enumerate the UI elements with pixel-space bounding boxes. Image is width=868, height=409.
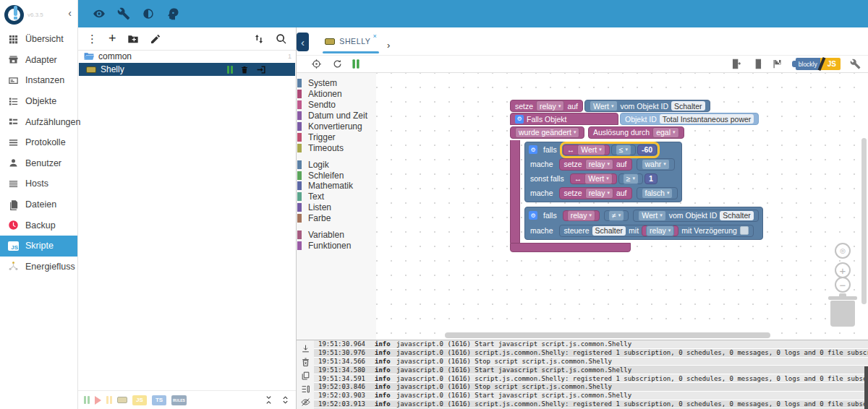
- js-filter-chip[interactable]: JS: [132, 395, 147, 405]
- sidebar-item-objekte[interactable]: Objekte: [0, 91, 77, 112]
- block-stack[interactable]: setze relay auf Wert vom Objekt ID Schal…: [510, 100, 763, 252]
- trigger-object-field[interactable]: Total Instantaneous power: [660, 114, 754, 124]
- log-copy-icon[interactable]: [301, 371, 310, 380]
- toolbox-category[interactable]: Logik: [297, 159, 376, 170]
- sort-icon[interactable]: [253, 33, 265, 45]
- collapse-all-icon[interactable]: [264, 395, 273, 405]
- sidebar-collapse-icon[interactable]: ‹: [68, 7, 72, 19]
- delay-checkbox[interactable]: [740, 226, 749, 235]
- tab-close-icon[interactable]: ×: [373, 33, 376, 40]
- log-row[interactable]: 19:51:30.976 info javascript.0 (1616) sc…: [314, 349, 868, 358]
- block-compare-2[interactable]: ↔ Wert ≥ 1: [570, 173, 658, 184]
- export-blocks-icon[interactable]: [731, 59, 742, 69]
- toolbox-category[interactable]: Farbe: [297, 213, 376, 224]
- wrench-icon[interactable]: [117, 7, 130, 20]
- object-id-field[interactable]: Schalter: [671, 101, 705, 111]
- sidebar-item-adapter[interactable]: Adapter: [0, 50, 77, 71]
- pause-filter-icon[interactable]: [84, 396, 90, 404]
- sidebar-item-energiefluss[interactable]: Energiefluss: [0, 257, 77, 277]
- block-boolean-true[interactable]: wahr: [637, 158, 675, 171]
- block-compare-selected[interactable]: ↔ Wert ≤ -60: [563, 145, 657, 155]
- sidebar-item-benutzer[interactable]: Benutzer: [0, 153, 77, 174]
- compare-op-dropdown[interactable]: ≤: [616, 145, 631, 155]
- block-if-elseif[interactable]: ⚙ falls ↔ Wert ≤ -60: [524, 142, 682, 202]
- sidebar-item-uebersicht[interactable]: Übersicht: [0, 29, 77, 50]
- compare-op-dropdown[interactable]: ≥: [623, 173, 639, 184]
- toolbox-category[interactable]: Text: [297, 191, 376, 202]
- block-control-state[interactable]: steuere Schalter mit relay mit Verzögeru…: [559, 225, 754, 237]
- var-dropdown[interactable]: relay: [585, 188, 613, 199]
- log-download-icon[interactable]: [301, 344, 310, 353]
- trigger-value-dropdown[interactable]: Wert: [577, 145, 605, 155]
- block-set-false[interactable]: setze relay auf: [559, 187, 632, 199]
- block-number[interactable]: -60: [637, 145, 657, 155]
- zoom-out-button[interactable]: −: [835, 277, 851, 293]
- canvas-horizontal-scrollbar[interactable]: [445, 332, 770, 338]
- blockly-js-toggle[interactable]: blockly JS: [792, 58, 841, 70]
- theme-icon[interactable]: [142, 7, 155, 20]
- compare-op-dropdown[interactable]: ≠: [608, 210, 624, 221]
- search-icon[interactable]: [276, 33, 287, 45]
- log-row[interactable]: 19:51:34.566 info javascript.0 (1616) St…: [314, 358, 868, 366]
- toolbox-category[interactable]: Listen: [297, 202, 376, 213]
- log-scrollbar[interactable]: [864, 366, 868, 409]
- delete-script-icon[interactable]: [240, 65, 249, 74]
- if-gear-icon[interactable]: ⚙: [529, 211, 537, 220]
- object-id-field[interactable]: Schalter: [720, 211, 754, 220]
- script-pause-icon[interactable]: [227, 66, 233, 74]
- sidebar-item-backup[interactable]: Backup: [0, 215, 77, 236]
- log-clear-icon[interactable]: [301, 358, 310, 367]
- expert-mode-icon[interactable]: [166, 7, 179, 20]
- canvas-vertical-scrollbar[interactable]: [861, 138, 867, 304]
- toolbox-category[interactable]: Sendto: [297, 100, 376, 111]
- block-number[interactable]: 1: [644, 173, 658, 184]
- blockly-canvas[interactable]: setze relay auf Wert vom Objekt ID Schal…: [376, 73, 868, 340]
- block-set-variable[interactable]: setze relay auf Wert vom Objekt ID Schal…: [510, 100, 763, 112]
- toolbox-category[interactable]: Funktionen: [297, 240, 376, 251]
- block-boolean-false[interactable]: falsch: [637, 187, 678, 199]
- toolbox-category[interactable]: Variablen: [297, 230, 376, 241]
- log-row[interactable]: 19:52:03.913 info javascript.0 (1616) sc…: [314, 400, 868, 409]
- check-blocks-flag-icon[interactable]: [772, 59, 783, 69]
- var-dropdown[interactable]: relay: [536, 100, 564, 111]
- tabs-scroll-icon[interactable]: ›: [387, 40, 390, 51]
- sidebar-item-instanzen[interactable]: Instanzen: [0, 70, 77, 91]
- import-blocks-icon[interactable]: [752, 59, 762, 69]
- block-trigger-on-change[interactable]: ⚙ Falls Objekt Objekt ID Total Instantan…: [510, 113, 763, 252]
- toolbox-category[interactable]: Schleifen: [297, 170, 376, 181]
- pause-yellow-icon[interactable]: [106, 396, 112, 404]
- toolbox-category[interactable]: Trigger: [297, 132, 376, 142]
- changed-dropdown[interactable]: wurde geändert: [515, 127, 579, 138]
- toolbox-category[interactable]: Konvertierung: [297, 121, 376, 132]
- settings-wrench-icon[interactable]: [850, 59, 861, 69]
- move-to-icon[interactable]: [256, 65, 266, 74]
- log-row[interactable]: 19:51:30.964 info javascript.0 (1616) St…: [314, 340, 868, 349]
- sidebar-item-aufzaehlungen[interactable]: Aufzählungen: [0, 111, 77, 132]
- log-row[interactable]: 19:51:34.580 info javascript.0 (1616) St…: [314, 366, 868, 374]
- tab-shelly[interactable]: SHELLY ×: [323, 30, 379, 52]
- block-get-state[interactable]: Wert vom Objekt ID Schalter: [584, 100, 710, 112]
- play-filter-icon[interactable]: [95, 396, 101, 405]
- if-gear-icon[interactable]: ⚙: [529, 145, 537, 154]
- sidebar-item-dateien[interactable]: Dateien: [0, 194, 77, 215]
- tree-script-shelly[interactable]: Shelly: [79, 63, 295, 76]
- sidebar-item-hosts[interactable]: Hosts: [0, 173, 77, 194]
- control-object-field[interactable]: Schalter: [592, 226, 626, 236]
- log-row[interactable]: 19:52:03.846 info javascript.0 (1616) St…: [314, 383, 868, 392]
- toolbox-category[interactable]: System: [297, 78, 376, 89]
- toolbox-category[interactable]: Timeouts: [297, 142, 376, 153]
- hide-explorer-button[interactable]: ‹: [297, 33, 309, 51]
- more-menu-icon[interactable]: ⋮: [87, 33, 98, 44]
- log-row[interactable]: 19:51:34.591 info javascript.0 (1616) sc…: [314, 374, 868, 383]
- add-script-icon[interactable]: +: [109, 32, 116, 45]
- block-if-control[interactable]: ⚙ falls relay ≠ Wert vom Objekt ID Schal…: [524, 207, 763, 240]
- trigger-value-dropdown[interactable]: Wert: [584, 173, 613, 184]
- block-object-id[interactable]: Objekt ID Total Instantaneous power: [620, 113, 759, 125]
- mutator-gear-icon[interactable]: ⚙: [515, 115, 524, 124]
- block-var-get[interactable]: relay: [563, 210, 600, 221]
- add-folder-icon[interactable]: [127, 33, 139, 45]
- edit-pencil-icon[interactable]: [150, 33, 161, 45]
- tree-folder-common[interactable]: common 1: [78, 51, 296, 62]
- zoom-in-button[interactable]: +: [835, 262, 851, 278]
- refresh-icon[interactable]: [332, 59, 343, 69]
